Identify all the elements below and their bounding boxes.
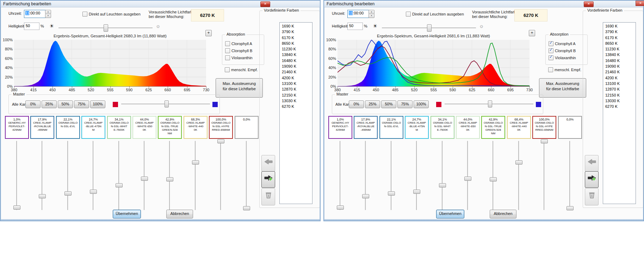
channel-slider-thumb[interactable] — [490, 177, 497, 181]
channel-slider-8[interactable] — [540, 139, 547, 212]
apply-to-list-button[interactable] — [585, 171, 599, 188]
channel-slider-7[interactable] — [515, 139, 522, 212]
master-preset-button-100pct[interactable]: 100% — [414, 100, 429, 108]
predefined-color-item[interactable]: 13100 K — [280, 81, 312, 87]
predefined-color-item[interactable]: 4200 K — [603, 76, 636, 81]
abbrechen-button[interactable]: Abbrechen — [490, 210, 516, 218]
master-preset-button-0pct[interactable]: 0% — [349, 100, 364, 108]
channel-slider-thumb[interactable] — [541, 139, 548, 143]
predefined-color-item[interactable]: 1690 K — [603, 24, 636, 30]
channel-box-5[interactable]: 44,0%CREE-XLAMP-WHITE-6500K — [132, 116, 156, 139]
channel-slider-thumb[interactable] — [64, 191, 72, 196]
master-preset-button-75pct[interactable]: 75% — [397, 100, 413, 108]
channel-slider-6[interactable] — [489, 139, 496, 212]
channel-box-1[interactable]: 17,9%CREE-XLAMP-ROYALBLUE-455NM — [30, 116, 54, 139]
plus-button[interactable]: + — [529, 30, 535, 36]
channel-box-5[interactable]: 44,0%CREE-XLAMP-WHITE-6500K — [456, 116, 480, 139]
channel-slider-thumb[interactable] — [388, 191, 395, 196]
predefined-color-item[interactable]: 11230 K — [280, 47, 312, 53]
predefined-color-item[interactable]: 13840 K — [280, 53, 312, 58]
channel-slider-thumb[interactable] — [217, 139, 224, 143]
master-preset-button-75pct[interactable]: 75% — [74, 100, 89, 108]
absorption-checkbox-1[interactable] — [225, 48, 230, 53]
channel-slider-4[interactable] — [439, 139, 446, 212]
master-preset-button-0pct[interactable]: 0% — [25, 100, 41, 108]
channel-slider-thumb[interactable] — [464, 177, 471, 181]
absorption-checkbox-2[interactable] — [225, 55, 230, 60]
predefined-color-item[interactable]: 6170 K — [603, 36, 636, 41]
direkt-checkbox[interactable] — [82, 12, 87, 17]
predefined-color-item[interactable]: 19090 K — [603, 64, 636, 70]
time-input[interactable]: 11:00:00 — [24, 10, 46, 18]
channel-slider-9[interactable] — [243, 139, 250, 212]
master-preset-button-100pct[interactable]: 100% — [90, 100, 105, 108]
predefined-color-item[interactable]: 19090 K — [280, 64, 312, 70]
absorption-checkbox-2[interactable]: ✓ — [549, 55, 553, 60]
channel-slider-1[interactable] — [362, 139, 369, 212]
channel-slider-0[interactable] — [336, 139, 343, 212]
predefined-color-item[interactable]: 3790 K — [280, 30, 312, 35]
uebernehmen-button[interactable]: Übernehmen — [436, 210, 464, 218]
channel-box-6[interactable]: 42,9%OSRAM-OSLON-SSL-TRUEGREEN-528NM — [481, 116, 505, 139]
master-slider-thumb[interactable] — [488, 100, 492, 107]
channel-slider-6[interactable] — [166, 139, 173, 212]
channel-slider-thumb[interactable] — [413, 190, 420, 194]
channel-box-1[interactable]: 17,9%CREE-XLAMP-ROYALBLUE-455NM — [354, 116, 378, 139]
helligkeit-slider[interactable] — [57, 24, 154, 32]
absorption-checkbox-0[interactable]: ✓ — [549, 41, 553, 46]
back-button[interactable] — [261, 155, 275, 172]
channel-slider-2[interactable] — [388, 139, 395, 212]
predefined-color-item[interactable]: 16480 K — [603, 58, 636, 64]
close-icon-clipped[interactable]: ✕ — [636, 1, 644, 6]
channel-box-4[interactable]: 34,1%OSRAM-OSLON-SSL-WHITE-7500K — [107, 116, 131, 139]
apply-to-list-button[interactable] — [261, 171, 275, 188]
predefined-color-item[interactable]: 12870 K — [603, 87, 636, 93]
helligkeit-slider-thumb[interactable] — [104, 24, 108, 32]
channel-slider-5[interactable] — [464, 139, 471, 212]
channel-slider-2[interactable] — [64, 139, 71, 212]
absorption-checkbox-1[interactable]: ✓ — [549, 48, 553, 53]
channel-slider-9[interactable] — [566, 139, 573, 212]
back-button[interactable] — [585, 155, 599, 172]
channel-slider-0[interactable] — [13, 139, 20, 212]
channel-slider-1[interactable] — [38, 139, 45, 212]
plus-button[interactable]: + — [205, 30, 212, 36]
master-preset-button-50pct[interactable]: 50% — [381, 100, 396, 108]
channel-box-0[interactable]: 1,0%GENERIC-HYPERVIOLET-425NM — [5, 116, 29, 139]
master-preset-button-25pct[interactable]: 25% — [365, 100, 380, 108]
predefined-color-item[interactable]: 11230 K — [603, 47, 636, 53]
predefined-color-item[interactable]: 3790 K — [603, 30, 636, 35]
trash-button[interactable] — [585, 188, 599, 205]
predefined-color-item[interactable]: 13840 K — [603, 53, 636, 58]
spinner-down-icon[interactable]: ▼ — [45, 14, 51, 18]
channel-box-7[interactable]: 68,4%CREE-XLAMP-WHITE-4400K — [507, 116, 531, 139]
menschl-checkbox[interactable] — [225, 67, 230, 72]
abbrechen-button[interactable]: Abbrechen — [166, 210, 193, 218]
master-slider-thumb[interactable] — [165, 100, 169, 107]
titlebar[interactable]: Farbmischung bearbeiten ✕ — [324, 1, 643, 7]
channel-box-7[interactable]: 68,3%CREE-XLAMP-WHITE-4400K — [184, 116, 208, 139]
menschl-checkbox[interactable] — [548, 67, 553, 72]
channel-box-8[interactable]: 100,0%OSRAM-OSLON-SSL-HYPERRED-656NM — [532, 116, 556, 139]
channel-slider-thumb[interactable] — [566, 206, 574, 210]
predefined-color-item[interactable]: 6270 K — [603, 104, 636, 110]
channel-slider-7[interactable] — [192, 139, 199, 212]
predefined-color-item[interactable]: 21460 K — [603, 70, 636, 75]
master-preset-button-50pct[interactable]: 50% — [58, 100, 73, 108]
channel-slider-8[interactable] — [217, 139, 224, 212]
predefined-color-item[interactable]: 8650 K — [280, 41, 312, 47]
predefined-color-item[interactable]: 13030 K — [280, 99, 312, 104]
master-slider[interactable] — [443, 100, 535, 108]
helligkeit-input[interactable]: 50 — [24, 23, 39, 30]
predefined-color-item[interactable]: 16480 K — [280, 58, 312, 64]
predefined-color-item[interactable]: 13100 K — [603, 81, 636, 87]
uebernehmen-button[interactable]: Übernehmen — [113, 210, 141, 218]
channel-slider-thumb[interactable] — [90, 190, 97, 194]
time-input[interactable]: 11:00:00 — [347, 10, 370, 18]
channel-slider-thumb[interactable] — [39, 194, 46, 198]
close-icon[interactable]: ✕ — [260, 1, 270, 7]
channel-slider-thumb[interactable] — [243, 206, 250, 210]
channel-slider-thumb[interactable] — [515, 160, 522, 165]
channel-box-2[interactable]: 22,1%OSRAM-OSLON-SSL-EVL — [379, 116, 403, 139]
max-aussteuerung-button[interactable]: Max. Aussteuerung für diese Lichtfarbe — [539, 78, 586, 98]
